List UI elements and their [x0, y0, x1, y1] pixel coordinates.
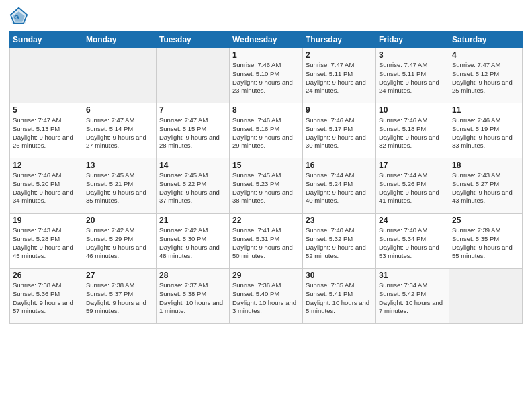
day-number: 7 — [159, 105, 226, 115]
calendar-week-row: 19Sunrise: 7:43 AM Sunset: 5:28 PM Dayli… — [10, 214, 523, 269]
svg-text:G: G — [14, 13, 19, 21]
calendar-day-cell: 11Sunrise: 7:46 AM Sunset: 5:19 PM Dayli… — [449, 103, 523, 158]
calendar-day-cell: 28Sunrise: 7:37 AM Sunset: 5:38 PM Dayli… — [157, 269, 230, 324]
calendar-day-cell: 25Sunrise: 7:39 AM Sunset: 5:35 PM Dayli… — [449, 214, 523, 269]
calendar-day-cell: 8Sunrise: 7:46 AM Sunset: 5:16 PM Daylig… — [230, 103, 303, 158]
calendar-day-cell — [10, 48, 83, 103]
calendar-day-cell: 3Sunrise: 7:47 AM Sunset: 5:11 PM Daylig… — [376, 48, 449, 103]
day-info: Sunrise: 7:43 AM Sunset: 5:28 PM Dayligh… — [13, 226, 80, 261]
day-number: 2 — [306, 50, 373, 60]
calendar-header: SundayMondayTuesdayWednesdayThursdayFrid… — [10, 32, 523, 48]
day-info: Sunrise: 7:46 AM Sunset: 5:18 PM Dayligh… — [379, 116, 446, 150]
day-info: Sunrise: 7:38 AM Sunset: 5:36 PM Dayligh… — [13, 281, 80, 316]
day-info: Sunrise: 7:46 AM Sunset: 5:19 PM Dayligh… — [452, 116, 519, 150]
day-info: Sunrise: 7:35 AM Sunset: 5:41 PM Dayligh… — [306, 281, 373, 316]
calendar-day-cell: 17Sunrise: 7:44 AM Sunset: 5:26 PM Dayli… — [376, 158, 449, 214]
weekday-header-friday: Friday — [376, 32, 449, 48]
day-number: 14 — [159, 161, 226, 170]
calendar-day-cell: 15Sunrise: 7:45 AM Sunset: 5:23 PM Dayli… — [230, 158, 303, 214]
day-number: 29 — [232, 271, 300, 280]
calendar-day-cell: 23Sunrise: 7:40 AM Sunset: 5:32 PM Dayli… — [303, 214, 376, 269]
calendar-day-cell: 14Sunrise: 7:45 AM Sunset: 5:22 PM Dayli… — [157, 158, 230, 214]
day-number: 4 — [452, 50, 519, 60]
calendar-week-row: 26Sunrise: 7:38 AM Sunset: 5:36 PM Dayli… — [10, 269, 523, 324]
day-info: Sunrise: 7:41 AM Sunset: 5:31 PM Dayligh… — [232, 226, 300, 261]
day-number: 1 — [232, 50, 300, 60]
day-number: 12 — [13, 161, 80, 170]
day-info: Sunrise: 7:39 AM Sunset: 5:35 PM Dayligh… — [452, 226, 519, 261]
day-info: Sunrise: 7:38 AM Sunset: 5:37 PM Dayligh… — [86, 281, 153, 316]
calendar-day-cell: 9Sunrise: 7:46 AM Sunset: 5:17 PM Daylig… — [303, 103, 376, 158]
calendar-day-cell: 13Sunrise: 7:45 AM Sunset: 5:21 PM Dayli… — [83, 158, 157, 214]
calendar-day-cell — [83, 48, 157, 103]
weekday-header-saturday: Saturday — [449, 32, 523, 48]
day-number: 3 — [379, 50, 446, 60]
day-info: Sunrise: 7:44 AM Sunset: 5:26 PM Dayligh… — [379, 171, 446, 205]
day-number: 27 — [86, 271, 153, 280]
calendar-day-cell: 12Sunrise: 7:46 AM Sunset: 5:20 PM Dayli… — [10, 158, 83, 214]
calendar-day-cell: 2Sunrise: 7:47 AM Sunset: 5:11 PM Daylig… — [303, 48, 376, 103]
day-number: 8 — [232, 105, 300, 115]
day-info: Sunrise: 7:40 AM Sunset: 5:34 PM Dayligh… — [379, 226, 446, 261]
page-container: G SundayMondayTuesdayWednesdayThursdayFr… — [0, 0, 532, 330]
calendar-day-cell: 18Sunrise: 7:43 AM Sunset: 5:27 PM Dayli… — [449, 158, 523, 214]
day-number: 11 — [452, 105, 519, 115]
day-info: Sunrise: 7:36 AM Sunset: 5:40 PM Dayligh… — [232, 281, 300, 316]
day-info: Sunrise: 7:46 AM Sunset: 5:17 PM Dayligh… — [306, 116, 373, 150]
calendar-day-cell — [157, 48, 230, 103]
day-info: Sunrise: 7:46 AM Sunset: 5:10 PM Dayligh… — [232, 61, 300, 95]
day-info: Sunrise: 7:34 AM Sunset: 5:42 PM Dayligh… — [379, 281, 446, 316]
day-number: 30 — [306, 271, 373, 280]
day-info: Sunrise: 7:45 AM Sunset: 5:23 PM Dayligh… — [232, 171, 300, 205]
calendar-week-row: 12Sunrise: 7:46 AM Sunset: 5:20 PM Dayli… — [10, 158, 523, 214]
day-number: 26 — [13, 271, 80, 280]
calendar-day-cell: 29Sunrise: 7:36 AM Sunset: 5:40 PM Dayli… — [230, 269, 303, 324]
day-number: 25 — [452, 216, 519, 225]
day-info: Sunrise: 7:42 AM Sunset: 5:30 PM Dayligh… — [159, 226, 226, 261]
calendar-day-cell: 4Sunrise: 7:47 AM Sunset: 5:12 PM Daylig… — [449, 48, 523, 103]
calendar-day-cell: 27Sunrise: 7:38 AM Sunset: 5:37 PM Dayli… — [83, 269, 157, 324]
calendar-week-row: 1Sunrise: 7:46 AM Sunset: 5:10 PM Daylig… — [10, 48, 523, 103]
calendar-day-cell: 26Sunrise: 7:38 AM Sunset: 5:36 PM Dayli… — [10, 269, 83, 324]
day-number: 5 — [13, 105, 80, 115]
day-number: 15 — [232, 161, 300, 170]
day-info: Sunrise: 7:45 AM Sunset: 5:21 PM Dayligh… — [86, 171, 153, 205]
day-info: Sunrise: 7:45 AM Sunset: 5:22 PM Dayligh… — [159, 171, 226, 205]
page-header: G — [9, 7, 523, 26]
day-info: Sunrise: 7:40 AM Sunset: 5:32 PM Dayligh… — [306, 226, 373, 261]
day-number: 19 — [13, 216, 80, 225]
calendar-day-cell: 24Sunrise: 7:40 AM Sunset: 5:34 PM Dayli… — [376, 214, 449, 269]
calendar-day-cell: 22Sunrise: 7:41 AM Sunset: 5:31 PM Dayli… — [230, 214, 303, 269]
weekday-header-monday: Monday — [83, 32, 157, 48]
day-number: 16 — [306, 161, 373, 170]
calendar-day-cell — [449, 269, 523, 324]
day-info: Sunrise: 7:46 AM Sunset: 5:16 PM Dayligh… — [232, 116, 300, 150]
day-info: Sunrise: 7:47 AM Sunset: 5:13 PM Dayligh… — [13, 116, 80, 150]
day-info: Sunrise: 7:37 AM Sunset: 5:38 PM Dayligh… — [159, 281, 226, 316]
calendar-day-cell: 19Sunrise: 7:43 AM Sunset: 5:28 PM Dayli… — [10, 214, 83, 269]
calendar-day-cell: 16Sunrise: 7:44 AM Sunset: 5:24 PM Dayli… — [303, 158, 376, 214]
day-number: 28 — [159, 271, 226, 280]
calendar-day-cell: 5Sunrise: 7:47 AM Sunset: 5:13 PM Daylig… — [10, 103, 83, 158]
day-number: 18 — [452, 161, 519, 170]
day-number: 17 — [379, 161, 446, 170]
calendar-week-row: 5Sunrise: 7:47 AM Sunset: 5:13 PM Daylig… — [10, 103, 523, 158]
logo-icon: G — [9, 7, 28, 26]
day-info: Sunrise: 7:44 AM Sunset: 5:24 PM Dayligh… — [306, 171, 373, 205]
weekday-header-tuesday: Tuesday — [157, 32, 230, 48]
calendar-day-cell: 10Sunrise: 7:46 AM Sunset: 5:18 PM Dayli… — [376, 103, 449, 158]
day-info: Sunrise: 7:47 AM Sunset: 5:15 PM Dayligh… — [159, 116, 226, 150]
calendar-day-cell: 1Sunrise: 7:46 AM Sunset: 5:10 PM Daylig… — [230, 48, 303, 103]
calendar-table: SundayMondayTuesdayWednesdayThursdayFrid… — [9, 31, 523, 324]
day-number: 31 — [379, 271, 446, 280]
day-number: 10 — [379, 105, 446, 115]
logo: G — [9, 7, 31, 26]
day-info: Sunrise: 7:47 AM Sunset: 5:14 PM Dayligh… — [86, 116, 153, 150]
calendar-body: 1Sunrise: 7:46 AM Sunset: 5:10 PM Daylig… — [10, 48, 523, 324]
weekday-header-wednesday: Wednesday — [230, 32, 303, 48]
day-info: Sunrise: 7:42 AM Sunset: 5:29 PM Dayligh… — [86, 226, 153, 261]
calendar-day-cell: 20Sunrise: 7:42 AM Sunset: 5:29 PM Dayli… — [83, 214, 157, 269]
weekday-header-sunday: Sunday — [10, 32, 83, 48]
day-info: Sunrise: 7:47 AM Sunset: 5:11 PM Dayligh… — [379, 61, 446, 95]
calendar-day-cell: 6Sunrise: 7:47 AM Sunset: 5:14 PM Daylig… — [83, 103, 157, 158]
